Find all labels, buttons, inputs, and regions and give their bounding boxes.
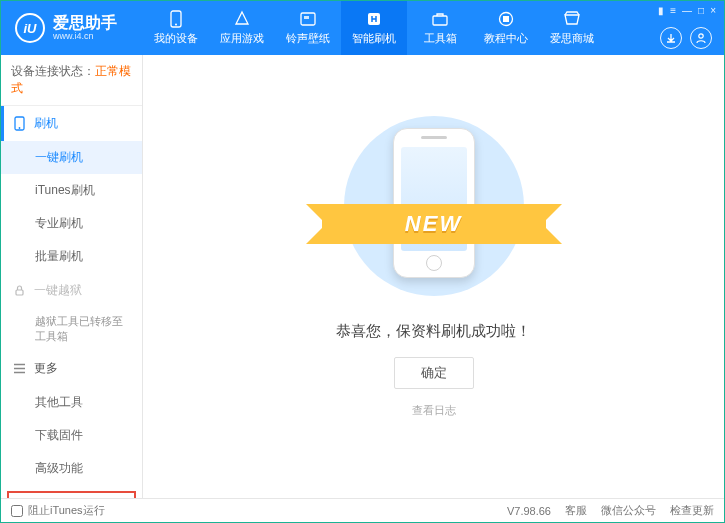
logo-area: iU 爱思助手 www.i4.cn [1,13,143,43]
list-icon [13,363,26,374]
nav-smart-flash[interactable]: 智能刷机 [341,1,407,55]
sidebar-item-advanced[interactable]: 高级功能 [1,452,142,485]
connection-status: 设备连接状态：正常模式 [1,55,142,106]
new-ribbon: NEW [322,204,546,244]
nav-tutorials[interactable]: 教程中心 [473,1,539,55]
wallpaper-icon [299,10,317,28]
toolbox-icon [431,10,449,28]
download-icon[interactable] [660,27,682,49]
header-user-area [660,27,712,49]
customer-service-link[interactable]: 客服 [565,503,587,518]
menu-icon[interactable]: ≡ [670,5,676,16]
app-url: www.i4.cn [53,31,117,42]
lock-icon[interactable]: ▮ [658,5,664,16]
window-controls: ▮ ≡ — □ × [658,5,716,16]
main-content: NEW 恭喜您，保资料刷机成功啦！ 确定 查看日志 [143,55,724,498]
nav-toolbox[interactable]: 工具箱 [407,1,473,55]
phone-icon [167,10,185,28]
sidebar-section-more[interactable]: 更多 [1,351,142,386]
checkbox-block-itunes[interactable] [11,505,23,517]
svg-rect-5 [433,16,447,25]
ok-button[interactable]: 确定 [394,357,474,389]
sidebar-section-flash[interactable]: 刷机 [1,106,142,141]
sidebar-item-pro-flash[interactable]: 专业刷机 [1,207,142,240]
nav-store[interactable]: 爱思商城 [539,1,605,55]
flash-icon [365,10,383,28]
sidebar-item-download-firmware[interactable]: 下载固件 [1,419,142,452]
sidebar-section-jailbreak[interactable]: 一键越狱 [1,273,142,308]
store-icon [563,10,581,28]
nav-apps-games[interactable]: 应用游戏 [209,1,275,55]
logo-icon: iU [15,13,45,43]
nav-my-device[interactable]: 我的设备 [143,1,209,55]
status-bar: 阻止iTunes运行 V7.98.66 客服 微信公众号 检查更新 [1,498,724,522]
svg-point-8 [699,34,703,38]
nav-ringtones-wallpaper[interactable]: 铃声壁纸 [275,1,341,55]
app-name: 爱思助手 [53,15,117,31]
checkbox-group-highlighted: 自动激活 跳过向导 [7,491,136,498]
sidebar-item-batch-flash[interactable]: 批量刷机 [1,240,142,273]
success-message: 恭喜您，保资料刷机成功啦！ [336,322,531,341]
svg-rect-11 [16,290,23,295]
sidebar-item-itunes-flash[interactable]: iTunes刷机 [1,174,142,207]
lock-icon [13,284,26,297]
minimize-button[interactable]: — [682,5,692,16]
top-nav: 我的设备 应用游戏 铃声壁纸 智能刷机 工具箱 教程中心 爱思商城 [143,1,605,55]
sidebar: 设备连接状态：正常模式 刷机 一键刷机 iTunes刷机 专业刷机 批量刷机 一… [1,55,143,498]
close-button[interactable]: × [710,5,716,16]
sidebar-item-other-tools[interactable]: 其他工具 [1,386,142,419]
app-header: iU 爱思助手 www.i4.cn 我的设备 应用游戏 铃声壁纸 智能刷机 工具… [1,1,724,55]
jailbreak-note: 越狱工具已转移至工具箱 [1,308,142,351]
phone-icon [13,116,26,131]
user-icon[interactable] [690,27,712,49]
svg-rect-3 [304,16,309,19]
version-label: V7.98.66 [507,505,551,517]
tutorials-icon [497,10,515,28]
maximize-button[interactable]: □ [698,5,704,16]
svg-point-1 [175,24,177,26]
check-update-link[interactable]: 检查更新 [670,503,714,518]
svg-rect-7 [503,16,509,22]
svg-point-10 [19,127,21,129]
sidebar-item-one-key-flash[interactable]: 一键刷机 [1,141,142,174]
apps-icon [233,10,251,28]
wechat-link[interactable]: 微信公众号 [601,503,656,518]
block-itunes-label: 阻止iTunes运行 [28,503,105,518]
view-log-link[interactable]: 查看日志 [412,403,456,418]
success-illustration: NEW [344,116,524,296]
